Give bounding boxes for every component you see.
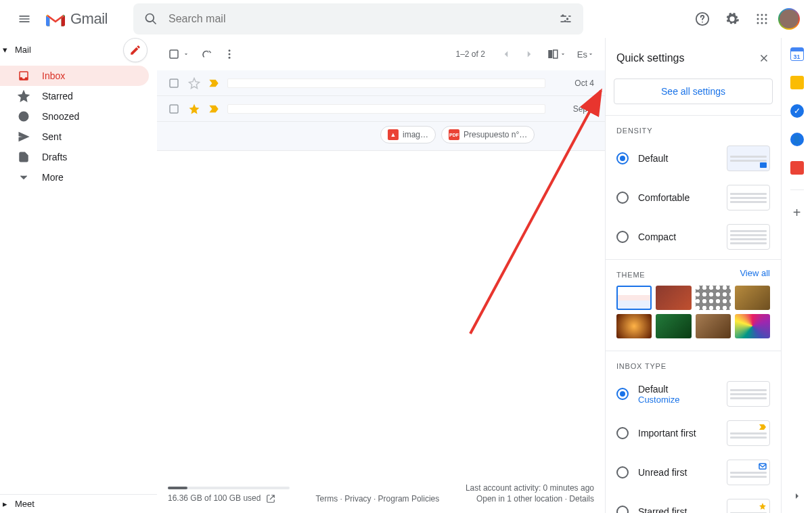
search-icon[interactable] (139, 5, 163, 32)
see-all-settings-label: See all settings (661, 86, 725, 97)
option-label: Starred first (638, 506, 717, 513)
star-icon[interactable] (188, 77, 200, 89)
inbox-icon (18, 70, 30, 82)
svg-rect-17 (554, 50, 558, 58)
density-option-comfortable[interactable]: Comfortable (606, 178, 781, 217)
apps-launcher-button[interactable] (748, 5, 775, 32)
option-label: Important first (638, 428, 717, 439)
nav-label: More (42, 172, 64, 183)
checkbox-icon[interactable] (168, 77, 180, 89)
keep-app-icon[interactable] (790, 76, 804, 89)
mail-row[interactable]: Oct 4 (157, 70, 605, 96)
nav-item-sent[interactable]: Sent (0, 127, 149, 147)
gmail-logo[interactable]: Gmail (46, 10, 128, 28)
svg-point-15 (229, 57, 231, 59)
radio-icon (616, 231, 629, 243)
nav-item-inbox[interactable]: Inbox (0, 66, 149, 86)
input-tools-button[interactable]: Es (577, 41, 594, 68)
split-pane-button[interactable] (546, 41, 566, 68)
caret-down-icon: ▾ (3, 45, 15, 55)
important-icon[interactable] (208, 79, 219, 88)
contacts-app-icon[interactable]: 👤 (790, 133, 804, 146)
search-options-button[interactable] (554, 5, 578, 32)
nav-item-starred[interactable]: Starred (0, 86, 149, 106)
see-all-settings-button[interactable]: See all settings (614, 79, 773, 104)
theme-tile[interactable] (656, 314, 691, 338)
gmail-logo-icon (46, 12, 65, 26)
inbox-type-option-unread[interactable]: Unread first (606, 453, 781, 492)
meet-section-header[interactable]: ▸ Meet (0, 495, 157, 513)
inbox-type-option-starred[interactable]: Starred first (606, 492, 781, 513)
density-option-compact[interactable]: Compact (606, 217, 781, 256)
search-input[interactable] (163, 13, 554, 25)
nav-item-snoozed[interactable]: Snoozed (0, 106, 149, 127)
mail-list: Oct 4 Sep 6 ▲ imag… PDF Presupuesto n°… (157, 70, 605, 151)
checkbox-icon[interactable] (168, 103, 180, 115)
theme-tile[interactable] (616, 314, 652, 338)
mail-date: Oct 4 (554, 79, 594, 88)
add-addon-button[interactable]: + (793, 205, 801, 221)
radio-icon (616, 152, 629, 164)
mail-row[interactable]: Sep 6 (157, 96, 605, 122)
svg-point-2 (757, 14, 759, 16)
theme-view-all-link[interactable]: View all (740, 268, 770, 278)
theme-tile[interactable] (735, 286, 770, 310)
next-page-button[interactable] (523, 41, 535, 68)
density-preview (727, 185, 770, 210)
theme-tile[interactable] (696, 314, 731, 338)
customize-link[interactable]: Customize (638, 395, 717, 405)
settings-button[interactable] (719, 5, 746, 32)
account-avatar[interactable] (778, 8, 800, 30)
compose-button[interactable] (123, 38, 148, 62)
theme-tile[interactable] (735, 314, 770, 338)
select-all-checkbox[interactable] (168, 48, 189, 60)
search-bar[interactable] (133, 3, 583, 35)
inbox-type-option-important[interactable]: Important first (606, 414, 781, 453)
footer-activity-2[interactable]: Open in 1 other location · Details (476, 494, 594, 504)
more-actions-button[interactable] (223, 41, 235, 68)
nav-item-more[interactable]: More (0, 167, 149, 187)
help-button[interactable] (689, 5, 716, 32)
inbox-type-option-default[interactable]: Default Customize (606, 374, 781, 414)
theme-tile[interactable] (616, 286, 652, 310)
inbox-preview (727, 420, 770, 446)
tasks-app-icon[interactable]: ✓ (790, 104, 804, 118)
important-icon[interactable] (208, 104, 219, 114)
svg-rect-12 (170, 50, 178, 58)
send-icon (18, 131, 30, 143)
side-panel-rail: 31 ✓ 👤 + (781, 38, 812, 513)
footer-links[interactable]: Terms · Privacy · Program Policies (316, 494, 440, 504)
density-option-default[interactable]: Default (606, 139, 781, 178)
radio-icon (616, 427, 629, 439)
external-link-icon[interactable] (266, 494, 275, 504)
mail-content-placeholder (227, 104, 545, 114)
tune-icon (559, 12, 572, 26)
mail-date: Sep 6 (554, 104, 594, 114)
mail-content-placeholder (227, 79, 545, 88)
inbox-preview (727, 381, 770, 407)
attachment-chip-pdf[interactable]: PDF Presupuesto n°… (441, 126, 535, 143)
close-quick-settings-button[interactable] (758, 45, 770, 72)
addon-app-icon[interactable] (790, 161, 804, 175)
quick-settings-title: Quick settings (616, 52, 684, 64)
attachment-label: imag… (403, 130, 428, 139)
collapse-side-panel-button[interactable] (792, 491, 803, 504)
theme-tile[interactable] (696, 286, 731, 310)
quick-settings-panel: Quick settings See all settings Density … (605, 38, 781, 513)
nav-item-drafts[interactable]: Drafts (0, 147, 149, 167)
prev-page-button[interactable] (500, 41, 512, 68)
inbox-preview (727, 460, 770, 485)
attachment-chip-image[interactable]: ▲ imag… (380, 126, 436, 143)
main-menu-button[interactable] (8, 3, 41, 35)
radio-icon (616, 466, 629, 478)
svg-point-13 (229, 49, 231, 51)
caret-down-icon (587, 51, 594, 58)
caret-down-icon (560, 51, 566, 58)
calendar-app-icon[interactable]: 31 (790, 47, 804, 61)
svg-point-3 (761, 14, 763, 16)
star-icon[interactable] (188, 103, 200, 115)
refresh-button[interactable] (200, 41, 212, 68)
nav-label: Inbox (42, 70, 65, 81)
svg-rect-20 (759, 464, 766, 469)
theme-tile[interactable] (656, 286, 691, 310)
